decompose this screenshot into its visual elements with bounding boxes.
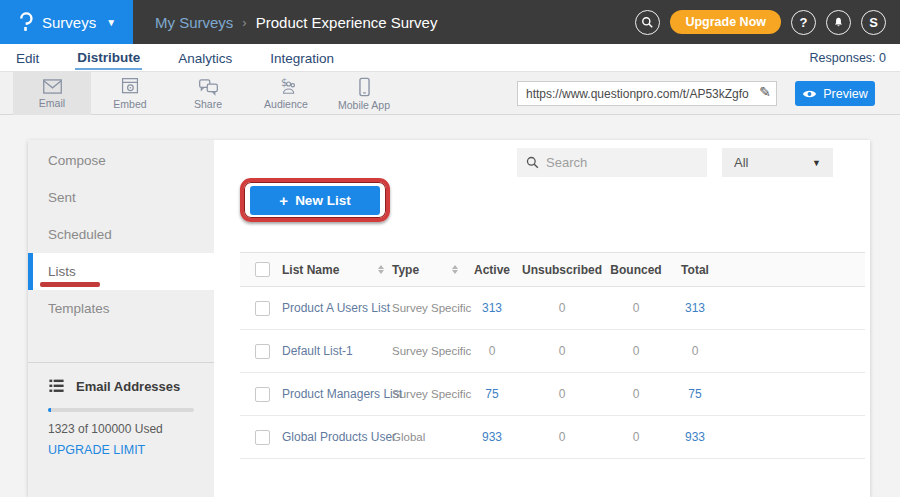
surveys-menu[interactable]: Surveys ▼ bbox=[0, 0, 133, 44]
row-checkbox[interactable] bbox=[255, 430, 270, 445]
search-button[interactable] bbox=[635, 10, 660, 35]
channel-email-label: Email bbox=[39, 97, 65, 109]
list-filter-dropdown[interactable]: All ▼ bbox=[722, 148, 833, 177]
notifications-button[interactable] bbox=[826, 10, 851, 35]
list-type: Survey Specific bbox=[392, 388, 466, 400]
email-addresses-list-icon bbox=[48, 378, 65, 394]
email-lists-panel: Compose Sent Scheduled Lists Templates E… bbox=[28, 140, 870, 497]
new-list-label: New List bbox=[295, 193, 351, 208]
email-usage-progress-fill bbox=[48, 408, 51, 412]
breadcrumb: My Surveys › Product Experience Survey bbox=[155, 14, 437, 31]
type-header-label: Type bbox=[392, 263, 419, 277]
list-name-link[interactable]: Default List-1 bbox=[282, 344, 392, 358]
user-avatar[interactable]: S bbox=[861, 10, 886, 35]
list-name-link[interactable]: Product A Users List bbox=[282, 301, 392, 315]
total-count: 0 bbox=[666, 344, 724, 358]
bounced-count: 0 bbox=[606, 301, 666, 315]
bounced-count: 0 bbox=[606, 430, 666, 444]
column-header-bounced: Bounced bbox=[606, 263, 666, 277]
column-header-list-name[interactable]: List Name bbox=[282, 263, 392, 277]
bounced-count: 0 bbox=[606, 344, 666, 358]
annotation-underline-lists bbox=[40, 282, 100, 287]
active-count[interactable]: 313 bbox=[466, 301, 518, 315]
total-count[interactable]: 313 bbox=[666, 301, 724, 315]
sidebar-item-lists[interactable]: Lists bbox=[28, 253, 214, 290]
active-count[interactable]: 75 bbox=[466, 387, 518, 401]
channel-audience-button[interactable]: $ Audience bbox=[247, 72, 325, 115]
list-name-link[interactable]: Global Products User bbox=[282, 430, 392, 444]
eye-icon bbox=[802, 89, 817, 99]
sidebar-item-sent[interactable]: Sent bbox=[28, 179, 214, 216]
preview-label: Preview bbox=[823, 87, 867, 101]
email-addresses-section: Email Addresses 1323 of 100000 Used UPGR… bbox=[48, 378, 196, 457]
sidebar-item-templates[interactable]: Templates bbox=[28, 290, 214, 327]
list-type: Global bbox=[392, 431, 466, 443]
list-type: Survey Specific bbox=[392, 345, 466, 357]
channel-audience-label: Audience bbox=[264, 98, 308, 110]
list-name-link[interactable]: Product Managers List bbox=[282, 387, 392, 401]
total-count[interactable]: 75 bbox=[666, 387, 724, 401]
email-icon bbox=[42, 78, 63, 95]
survey-url-field: ✎ bbox=[517, 81, 777, 106]
questionpro-logo-icon bbox=[17, 11, 34, 33]
embed-icon bbox=[120, 77, 140, 96]
channel-share-button[interactable]: Share bbox=[169, 72, 247, 115]
active-count[interactable]: 933 bbox=[466, 430, 518, 444]
active-count: 0 bbox=[466, 344, 518, 358]
annotation-highlight-new-list: + New List bbox=[240, 178, 390, 222]
plus-icon: + bbox=[279, 192, 288, 209]
responses-count[interactable]: Responses: 0 bbox=[810, 51, 900, 65]
total-count[interactable]: 933 bbox=[666, 430, 724, 444]
survey-tab-bar: Edit Distribute Analytics Integration Re… bbox=[0, 44, 900, 72]
email-addresses-title: Email Addresses bbox=[76, 379, 180, 394]
search-input[interactable] bbox=[546, 155, 696, 170]
email-sidebar: Compose Sent Scheduled Lists Templates E… bbox=[28, 140, 214, 497]
bell-icon bbox=[832, 16, 845, 29]
upgrade-now-button[interactable]: Upgrade Now bbox=[670, 10, 781, 34]
sort-icon bbox=[378, 265, 384, 274]
lists-content: All ▼ + New List List Name Type Act bbox=[214, 140, 870, 497]
breadcrumb-current-survey: Product Experience Survey bbox=[256, 14, 438, 31]
sidebar-item-compose[interactable]: Compose bbox=[28, 142, 214, 179]
channel-embed-label: Embed bbox=[113, 98, 146, 110]
svg-text:$: $ bbox=[281, 77, 287, 88]
upgrade-limit-link[interactable]: UPGRADE LIMIT bbox=[48, 443, 196, 457]
unsubscribed-count: 0 bbox=[518, 387, 606, 401]
channel-email-button[interactable]: Email bbox=[13, 72, 91, 115]
channel-mobile-app-label: Mobile App bbox=[338, 99, 390, 111]
share-icon bbox=[198, 78, 219, 96]
column-header-type[interactable]: Type bbox=[392, 263, 466, 277]
survey-url-input[interactable] bbox=[517, 81, 777, 106]
mobile-app-icon bbox=[358, 77, 371, 97]
edit-url-icon[interactable]: ✎ bbox=[759, 84, 771, 100]
channel-mobile-app-button[interactable]: Mobile App bbox=[325, 72, 403, 115]
table-row: Product A Users List Survey Specific 313… bbox=[240, 287, 865, 330]
sidebar-divider bbox=[28, 362, 214, 363]
row-checkbox[interactable] bbox=[255, 301, 270, 316]
email-sidebar-nav: Compose Sent Scheduled Lists Templates bbox=[28, 142, 214, 327]
list-type: Survey Specific bbox=[392, 302, 466, 314]
app-menu-label: Surveys bbox=[42, 14, 96, 31]
tab-distribute[interactable]: Distribute bbox=[75, 46, 142, 70]
channel-embed-button[interactable]: Embed bbox=[91, 72, 169, 115]
sidebar-item-scheduled[interactable]: Scheduled bbox=[28, 216, 214, 253]
sort-icon bbox=[452, 265, 458, 274]
header-actions: Upgrade Now ? S bbox=[635, 10, 900, 35]
list-search-box bbox=[517, 148, 707, 177]
help-button[interactable]: ? bbox=[791, 10, 816, 35]
breadcrumb-my-surveys[interactable]: My Surveys bbox=[155, 14, 233, 31]
tab-edit[interactable]: Edit bbox=[14, 47, 41, 69]
tab-integration[interactable]: Integration bbox=[268, 47, 336, 69]
unsubscribed-count: 0 bbox=[518, 301, 606, 315]
row-checkbox[interactable] bbox=[255, 344, 270, 359]
channel-share-label: Share bbox=[194, 98, 222, 110]
new-list-button[interactable]: + New List bbox=[250, 186, 380, 215]
filter-selected-value: All bbox=[734, 155, 748, 170]
preview-button[interactable]: Preview bbox=[795, 81, 875, 106]
lists-table: List Name Type Active Unsubscribed Bounc… bbox=[240, 252, 865, 459]
select-all-checkbox[interactable] bbox=[255, 262, 270, 277]
email-usage-text: 1323 of 100000 Used bbox=[48, 422, 196, 436]
row-checkbox[interactable] bbox=[255, 387, 270, 402]
chevron-down-icon: ▼ bbox=[106, 17, 116, 28]
tab-analytics[interactable]: Analytics bbox=[176, 47, 234, 69]
